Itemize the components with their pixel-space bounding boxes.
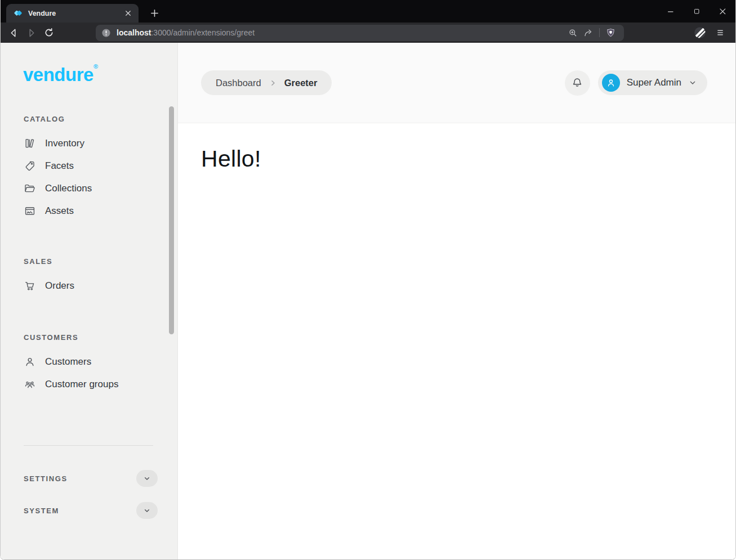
browser-toolbar: localhost:3000/admin/extensions/greet xyxy=(1,23,735,43)
new-tab-button[interactable] xyxy=(146,5,162,21)
shopping-cart-icon xyxy=(24,280,36,292)
person-icon xyxy=(24,356,36,368)
system-expand-button[interactable] xyxy=(136,502,158,519)
breadcrumb-chevron-icon xyxy=(269,79,277,87)
sidebar-section-settings[interactable]: SETTINGS xyxy=(24,467,158,490)
sidebar-item-collections[interactable]: Collections xyxy=(24,177,177,200)
settings-expand-button[interactable] xyxy=(136,470,158,487)
main-header: Dashboard Greeter xyxy=(178,43,735,123)
sidebar-item-label: Assets xyxy=(45,205,74,217)
page-heading: Hello! xyxy=(201,146,735,172)
browser-menu-icon[interactable] xyxy=(712,24,729,41)
chevron-down-icon xyxy=(688,78,697,87)
header-actions: Super Admin xyxy=(565,70,707,96)
breadcrumb: Dashboard Greeter xyxy=(201,70,332,95)
page-body: vendure® CATALOG xyxy=(1,43,735,559)
forward-button[interactable] xyxy=(23,24,40,41)
section-sales: SALES Orders xyxy=(1,257,177,297)
person-icon xyxy=(605,77,617,88)
sidebar-item-label: Collections xyxy=(45,183,92,194)
url-text[interactable]: localhost:3000/admin/extensions/greet xyxy=(117,28,565,37)
toolbar-divider xyxy=(599,28,600,37)
back-button[interactable] xyxy=(5,24,23,41)
section-customers: CUSTOMERS Customers xyxy=(1,333,177,396)
chevron-down-icon xyxy=(142,474,151,483)
tab-close-icon[interactable] xyxy=(123,8,133,19)
browser-tab[interactable]: Vendure xyxy=(6,4,139,23)
main-area: Dashboard Greeter xyxy=(178,43,735,559)
section-catalog: CATALOG Inventory xyxy=(1,115,177,222)
chevron-down-icon xyxy=(142,506,151,515)
library-icon xyxy=(24,137,36,150)
address-bar[interactable]: localhost:3000/admin/extensions/greet xyxy=(96,25,624,41)
folder-icon xyxy=(24,182,36,195)
section-label-sales: SALES xyxy=(24,257,177,266)
sidebar-item-label: Customer groups xyxy=(45,379,118,390)
sidebar-nav: CATALOG Inventory xyxy=(1,115,177,396)
zoom-page-icon[interactable] xyxy=(565,26,581,39)
image-stack-icon xyxy=(24,205,36,217)
profile-avatar-icon[interactable] xyxy=(692,24,708,41)
sidebar-item-label: Facets xyxy=(45,160,74,172)
sidebar: vendure® CATALOG xyxy=(1,43,178,559)
user-menu-button[interactable]: Super Admin xyxy=(598,70,707,95)
section-label-settings: SETTINGS xyxy=(24,474,68,483)
section-label-catalog: CATALOG xyxy=(24,115,177,123)
registered-mark: ® xyxy=(93,63,98,70)
sidebar-section-system[interactable]: SYSTEM xyxy=(24,499,158,522)
window-close-button[interactable] xyxy=(710,0,735,23)
sidebar-item-label: Inventory xyxy=(45,138,84,149)
sidebar-scrollbar-thumb[interactable] xyxy=(169,106,174,334)
url-host: localhost xyxy=(117,28,151,37)
browser-window: Vendure xyxy=(0,0,736,560)
section-label-customers: CUSTOMERS xyxy=(24,333,177,342)
brave-shield-icon[interactable] xyxy=(603,26,618,39)
sidebar-item-customers[interactable]: Customers xyxy=(24,351,177,373)
sidebar-item-assets[interactable]: Assets xyxy=(24,200,177,222)
window-controls xyxy=(658,0,735,23)
sidebar-divider xyxy=(24,445,153,446)
maximize-button[interactable] xyxy=(684,0,710,23)
vendure-logo[interactable]: vendure® xyxy=(23,64,97,85)
logo-row: vendure® xyxy=(1,43,177,86)
url-path: :3000/admin/extensions/greet xyxy=(151,28,255,37)
minimize-button[interactable] xyxy=(658,0,684,23)
user-name: Super Admin xyxy=(627,77,681,88)
user-avatar xyxy=(602,74,620,92)
section-label-system: SYSTEM xyxy=(24,507,59,515)
tag-icon xyxy=(24,160,36,172)
sidebar-item-label: Customers xyxy=(45,356,91,368)
notifications-button[interactable] xyxy=(565,70,590,96)
sidebar-item-inventory[interactable]: Inventory xyxy=(24,132,177,155)
page-content: Hello! xyxy=(178,123,735,559)
reload-button[interactable] xyxy=(40,24,57,41)
breadcrumb-greeter: Greeter xyxy=(284,78,318,88)
sidebar-item-orders[interactable]: Orders xyxy=(24,275,177,297)
vendure-favicon-icon xyxy=(13,8,23,19)
people-group-icon xyxy=(24,378,36,391)
sidebar-item-customer-groups[interactable]: Customer groups xyxy=(24,373,177,396)
share-icon[interactable] xyxy=(581,26,596,39)
breadcrumb-dashboard[interactable]: Dashboard xyxy=(216,78,261,88)
site-info-icon[interactable] xyxy=(101,28,111,38)
tab-title: Vendure xyxy=(28,10,123,17)
sidebar-item-label: Orders xyxy=(45,280,74,292)
bell-icon xyxy=(571,77,583,89)
browser-titlebar: Vendure xyxy=(1,0,735,23)
sidebar-item-facets[interactable]: Facets xyxy=(24,155,177,177)
